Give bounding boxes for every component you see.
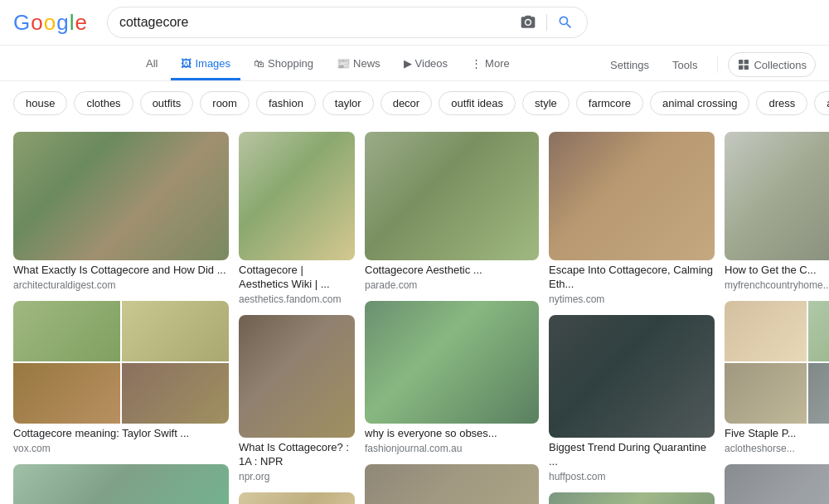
more-dots-icon: ⋮: [471, 57, 482, 70]
chip-decor[interactable]: decor: [381, 91, 433, 115]
result-source-vox: vox.com: [13, 443, 229, 454]
image-grid: What Exactly Is Cottagecore and How Did …: [0, 125, 829, 504]
mosaic-cell-3: [13, 363, 120, 424]
chip-style[interactable]: style: [522, 91, 570, 115]
tab-news-label: News: [353, 57, 381, 70]
result-image-r3-1: [13, 464, 229, 504]
result-title-4: Escape Into Cottagecore, Calming Eth...: [549, 264, 715, 292]
chip-room[interactable]: room: [200, 91, 250, 115]
svg-rect-3: [744, 65, 749, 70]
result-aesthetics-wiki[interactable]: Cottagecore | Aesthetics Wiki | ... aest…: [239, 132, 355, 305]
result-vox[interactable]: Cottagecore meaning: Taylor Swift ... vo…: [13, 301, 229, 454]
tab-videos-label: Videos: [415, 57, 448, 70]
result-source-huffpost: huffpost.com: [549, 471, 715, 482]
result-row3-5[interactable]: [725, 464, 829, 504]
svg-rect-0: [739, 60, 743, 64]
tab-shopping[interactable]: 🛍 Shopping: [244, 49, 323, 80]
result-title-aclotheshorse: Five Staple P...: [725, 427, 829, 441]
image-column-5: How to Get the C... myfrenchcountryhome.…: [725, 132, 829, 504]
search-icon: [557, 14, 574, 31]
result-architectural-digest[interactable]: What Exactly Is Cottagecore and How Did …: [13, 132, 229, 291]
result-source-2: aesthetics.fandom.com: [239, 293, 355, 305]
result-caption-vox: Cottagecore meaning: Taylor Swift ... vo…: [13, 427, 229, 454]
camera-search-button[interactable]: [518, 12, 538, 32]
settings-link[interactable]: Settings: [600, 51, 659, 80]
result-source-4: nytimes.com: [549, 293, 715, 305]
result-image-4: [549, 132, 715, 260]
tab-more[interactable]: ⋮ More: [461, 49, 520, 80]
result-nytimes[interactable]: Escape Into Cottagecore, Calming Eth... …: [549, 132, 715, 305]
tools-link[interactable]: Tools: [662, 51, 707, 80]
result-image-r3-4: [549, 492, 715, 504]
news-icon: 📰: [337, 57, 350, 70]
result-image-7: [239, 315, 355, 438]
result-caption-2: Cottagecore | Aesthetics Wiki | ... aest…: [239, 264, 355, 305]
result-title-fashionjournal: why is everyone so obses...: [365, 427, 539, 441]
result-image-r3-2: [239, 492, 355, 504]
tab-more-label: More: [485, 57, 510, 70]
search-icons: [518, 12, 575, 32]
tab-all-label: All: [146, 57, 158, 70]
tab-videos[interactable]: ▶ Videos: [394, 49, 458, 80]
result-myfrench[interactable]: How to Get the C... myfrenchcountryhome.…: [725, 132, 829, 291]
result-title-2: Cottagecore | Aesthetics Wiki | ...: [239, 264, 355, 292]
tab-shopping-label: Shopping: [268, 57, 313, 70]
result-row3-1[interactable]: [13, 464, 229, 504]
result-source-1: architecturaldigest.com: [13, 279, 229, 291]
chip-animal-crossing[interactable]: animal crossing: [650, 91, 749, 115]
result-fashionjournal[interactable]: why is everyone so obses... fashionjourn…: [365, 301, 539, 454]
search-submit-button[interactable]: [555, 12, 575, 32]
result-row3-3[interactable]: [365, 464, 539, 504]
google-logo: Google: [13, 10, 87, 36]
result-caption-npr: What Is Cottagecore? : 1A : NPR npr.org: [239, 441, 355, 482]
collections-button[interactable]: Collections: [728, 52, 816, 77]
image-column-1: What Exactly Is Cottagecore and How Did …: [13, 132, 229, 504]
chip-taylor[interactable]: taylor: [322, 91, 374, 115]
result-title-3: Cottagecore Aesthetic ...: [365, 264, 539, 278]
tab-all[interactable]: All: [133, 49, 167, 80]
filter-chips: house clothes outfits room fashion taylo…: [0, 81, 829, 125]
result-huffpost[interactable]: Biggest Trend During Quarantine ... huff…: [549, 315, 715, 482]
videos-icon: ▶: [404, 57, 412, 70]
chip-outfits[interactable]: outfits: [140, 91, 194, 115]
chip-clothes[interactable]: clothes: [74, 91, 133, 115]
nav-right: Settings Tools Collections: [600, 51, 816, 80]
result-npr[interactable]: What Is Cottagecore? : 1A : NPR npr.org: [239, 315, 355, 482]
search-input[interactable]: [119, 15, 511, 30]
header: Google: [0, 0, 829, 46]
tab-images[interactable]: 🖼 Images: [171, 49, 240, 80]
result-source-3: parade.com: [365, 279, 539, 291]
result-row3-4[interactable]: [549, 492, 715, 504]
result-title-5: How to Get the C...: [725, 264, 829, 278]
result-parade[interactable]: Cottagecore Aesthetic ... parade.com: [365, 132, 539, 291]
result-caption-aclotheshorse: Five Staple P... aclotheshorse...: [725, 427, 829, 454]
mosaic-cell-2: [122, 301, 229, 361]
chip-farmcore[interactable]: farmcore: [576, 91, 643, 115]
result-aclotheshorse[interactable]: Five Staple P... aclotheshorse...: [725, 301, 829, 454]
chip-outfit-ideas[interactable]: outfit ideas: [439, 91, 516, 115]
chip-house[interactable]: house: [13, 91, 67, 115]
collections-icon: [737, 58, 750, 71]
result-caption-1: What Exactly Is Cottagecore and How Did …: [13, 264, 229, 291]
collections-label: Collections: [754, 59, 807, 71]
images-icon: 🖼: [181, 57, 191, 70]
image-column-2: Cottagecore | Aesthetics Wiki | ... aest…: [239, 132, 355, 504]
result-caption-fashionjournal: why is everyone so obses... fashionjourn…: [365, 427, 539, 454]
result-row3-2[interactable]: [239, 492, 355, 504]
nav-tabs: All 🖼 Images 🛍 Shopping 📰 News ▶ Videos …: [0, 46, 829, 81]
chip-fashion[interactable]: fashion: [256, 91, 316, 115]
result-source-npr: npr.org: [239, 471, 355, 482]
image-column-4: Escape Into Cottagecore, Calming Eth... …: [549, 132, 715, 504]
mosaic-cell-4: [122, 363, 229, 424]
collage-cell-3: [725, 363, 807, 424]
chip-archite[interactable]: archite...: [814, 91, 829, 115]
result-source-aclotheshorse: aclotheshorse...: [725, 443, 829, 454]
svg-rect-2: [739, 65, 743, 70]
result-image-1: [13, 132, 229, 260]
svg-rect-1: [744, 60, 749, 64]
result-image-r3-5: [725, 464, 829, 504]
result-image-collage: [725, 301, 829, 424]
chip-dress[interactable]: dress: [756, 91, 807, 115]
tab-news[interactable]: 📰 News: [327, 49, 390, 80]
camera-icon: [520, 14, 536, 31]
